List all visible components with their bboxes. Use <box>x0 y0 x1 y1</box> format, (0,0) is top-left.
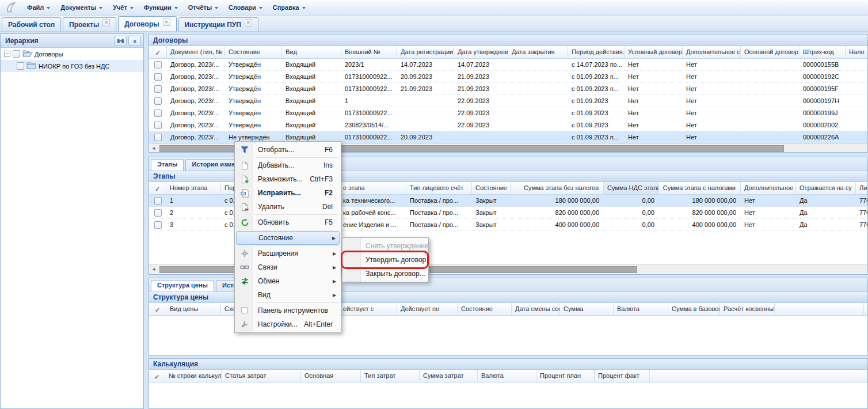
column-header[interactable]: Основная <box>301 370 361 382</box>
context-menu-item-6[interactable]: Состояние▶ <box>236 231 340 245</box>
table-row[interactable]: Договор, 2023/...УтверждёнВходящий017310… <box>149 83 867 95</box>
context-menu-item-4[interactable]: УдалитьDel <box>236 200 340 214</box>
row-checkbox[interactable] <box>154 109 162 117</box>
row-checkbox-cell[interactable] <box>149 219 166 230</box>
collapse-sidebar-button[interactable]: « <box>128 36 141 46</box>
search-button[interactable] <box>114 36 127 46</box>
tree-expander-icon[interactable]: − <box>4 51 10 57</box>
column-header[interactable]: Тип затрат <box>361 370 420 382</box>
price-tab-0[interactable]: Структура цены <box>151 280 214 291</box>
context-menu-item-1[interactable]: Добавить...Ins <box>236 158 340 172</box>
table-row[interactable]: Договор, 2023/...УтверждёнВходящий2023/1… <box>149 59 867 71</box>
column-header[interactable]: Вид цены <box>166 303 221 315</box>
column-header[interactable]: Действует по <box>397 303 458 315</box>
column-header[interactable]: Дополнительное с <box>741 182 796 194</box>
row-checkbox[interactable] <box>154 73 162 81</box>
row-checkbox-cell[interactable] <box>149 71 167 82</box>
select-all-header[interactable]: ✓ <box>149 303 166 315</box>
column-header[interactable] <box>775 303 864 315</box>
close-tab-icon[interactable]: × <box>163 18 170 26</box>
main-tab-3[interactable]: Инструкции ПУП× <box>178 17 258 31</box>
tree-node-0[interactable]: −Договоры <box>1 48 143 60</box>
select-all-header[interactable]: ✓ <box>149 370 165 382</box>
column-header[interactable]: Вид <box>282 46 341 58</box>
column-header[interactable]: Валюта <box>614 303 668 315</box>
column-header[interactable]: Внешний № <box>341 46 397 58</box>
column-header[interactable]: Валюта <box>478 370 536 382</box>
column-header[interactable]: Сумма НДС этапа <box>604 182 659 194</box>
column-header[interactable]: Состояние <box>458 303 512 315</box>
row-checkbox-cell[interactable] <box>149 107 167 119</box>
context-menu-item-5[interactable]: ОбновитьF5 <box>236 215 340 229</box>
menubar-item-4[interactable]: Отчёты <box>183 2 223 13</box>
row-checkbox[interactable] <box>154 221 162 229</box>
column-header[interactable]: Сумма <box>560 303 614 315</box>
submenu-item-2[interactable]: Закрыть договор... <box>344 267 427 281</box>
select-all-header[interactable]: ✓ <box>149 182 166 194</box>
column-header[interactable]: Период действия.. <box>568 46 625 58</box>
tree-node-checkbox[interactable] <box>17 62 24 70</box>
scroll-left-arrow[interactable]: ◄ <box>149 144 158 153</box>
column-header[interactable]: Сумма затрат <box>420 370 478 382</box>
context-menu-item-11[interactable]: Панель инструментов <box>236 304 340 317</box>
row-checkbox[interactable] <box>154 61 162 69</box>
row-checkbox-cell[interactable] <box>149 119 167 131</box>
context-menu-item-9[interactable]: Обмен▶ <box>236 274 340 288</box>
context-menu-item-10[interactable]: Вид▶ <box>236 288 340 302</box>
scroll-left-arrow[interactable]: ◄ <box>149 265 158 274</box>
submenu-item-1[interactable]: Утвердить договор <box>344 253 427 267</box>
column-header[interactable]: Состояние <box>225 46 282 58</box>
column-header[interactable]: Статья затрат <box>222 370 301 382</box>
column-header[interactable]: № строки калькул <box>165 370 222 382</box>
menubar-item-3[interactable]: Функции <box>139 2 183 13</box>
main-tab-1[interactable]: Проекты× <box>63 17 116 31</box>
column-header[interactable]: Сумма этапа без налогов <box>511 182 604 194</box>
row-checkbox[interactable] <box>154 122 162 129</box>
row-checkbox-cell[interactable] <box>149 195 166 206</box>
column-header[interactable]: Процент факт <box>595 370 650 382</box>
column-header[interactable]: Основной договор <box>741 46 800 58</box>
column-header[interactable]: Дата регистрации. <box>397 46 454 58</box>
column-header[interactable]: Дополнительное с <box>683 46 741 58</box>
context-menu-item-12[interactable]: Настройки...Alt+Enter <box>236 317 340 331</box>
column-header[interactable]: Тип лицевого счёт <box>406 182 472 194</box>
close-tab-icon[interactable]: × <box>245 19 252 26</box>
menubar-item-6[interactable]: Справка <box>268 2 311 13</box>
table-row[interactable]: Договор, 2023/...УтверждёнВходящий230823… <box>149 119 867 131</box>
column-header[interactable]: Процент план <box>536 370 595 382</box>
row-checkbox[interactable] <box>154 134 162 141</box>
column-header[interactable]: Документ (тип, № <box>167 46 225 58</box>
column-header[interactable]: Дата закрытия <box>508 46 568 58</box>
stages-tab-0[interactable]: Этапы <box>151 159 184 171</box>
row-checkbox-cell[interactable] <box>149 131 167 143</box>
column-header[interactable]: Сумма в базовой в <box>668 303 720 315</box>
context-menu-item-0[interactable]: Отобрать...F6 <box>236 143 340 157</box>
row-checkbox-cell[interactable] <box>149 59 167 70</box>
row-checkbox-cell[interactable] <box>149 83 167 94</box>
column-header[interactable]: Дата смены состоя <box>512 303 560 315</box>
column-header[interactable]: Нало <box>846 46 868 58</box>
column-header[interactable]: Расчёт косвенных <box>720 303 775 315</box>
column-header[interactable]: Штрих-код <box>800 46 846 58</box>
column-header[interactable]: Состояние <box>472 182 511 194</box>
table-row[interactable]: Договор, 2023/...УтверждёнВходящий122.09… <box>149 95 867 107</box>
table-row[interactable]: Договор, 2023/...УтверждёнВходящий017310… <box>149 107 867 119</box>
column-header[interactable]: Дата утверждения <box>454 46 508 58</box>
column-header[interactable]: Условный договор <box>625 46 683 58</box>
main-tab-0[interactable]: Рабочий стол <box>2 17 61 31</box>
menubar-item-0[interactable]: Файл <box>22 2 55 13</box>
table-row[interactable]: Договор, 2023/...УтверждёнВходящий017310… <box>149 71 867 83</box>
row-checkbox-cell[interactable] <box>149 207 166 218</box>
column-header[interactable]: Отражается на су <box>796 182 856 194</box>
row-checkbox[interactable] <box>154 85 162 93</box>
context-menu-item-2[interactable]: Размножить...Ctrl+F3 <box>236 172 340 186</box>
context-menu-item-3[interactable]: Исправить...F2 <box>236 186 340 200</box>
menubar-item-2[interactable]: Учёт <box>108 2 139 13</box>
row-checkbox-cell[interactable] <box>149 95 167 107</box>
main-tab-2[interactable]: Договоры× <box>118 16 176 31</box>
close-tab-icon[interactable]: × <box>102 19 110 26</box>
tree-node-checkbox[interactable] <box>13 50 20 58</box>
column-header[interactable]: Номер этапа <box>166 182 221 194</box>
tree-node-1[interactable]: НИОКР по ГОЗ без НДС <box>1 60 143 72</box>
menubar-item-1[interactable]: Документы <box>55 2 108 13</box>
